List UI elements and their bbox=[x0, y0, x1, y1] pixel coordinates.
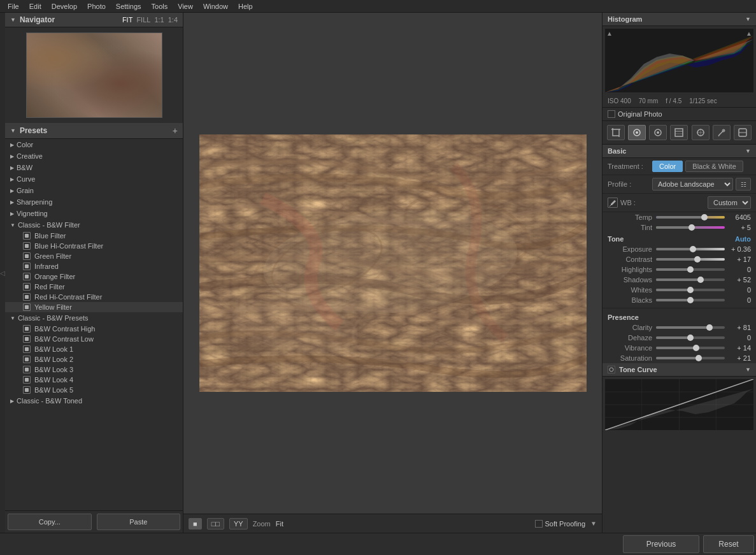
preset-item-green-filter[interactable]: Green Filter bbox=[5, 251, 183, 261]
preset-item-yellow-filter[interactable]: Yellow Filter bbox=[5, 302, 183, 312]
vibrance-slider[interactable] bbox=[656, 347, 725, 349]
preset-group-grain-header[interactable]: ▶ Grain bbox=[5, 185, 183, 196]
dehaze-slider-thumb[interactable] bbox=[687, 335, 694, 341]
histogram-left-arrow[interactable]: ▲ bbox=[606, 30, 613, 37]
exposure-slider-thumb[interactable] bbox=[690, 246, 696, 252]
whites-slider-thumb[interactable] bbox=[687, 287, 694, 293]
preset-group-bw-filter-header[interactable]: ▼ Classic - B&W Filter bbox=[5, 219, 183, 231]
temp-slider-thumb[interactable] bbox=[701, 214, 708, 220]
view-survey-button[interactable]: YY bbox=[229, 518, 248, 530]
profile-grid-button[interactable]: ☷ bbox=[736, 178, 751, 191]
preset-group-creative-header[interactable]: ▶ Creative bbox=[5, 150, 183, 162]
basic-header[interactable]: Basic ▼ bbox=[603, 145, 756, 158]
preset-item-orange-filter[interactable]: Orange Filter bbox=[5, 271, 183, 282]
range-mask-tool[interactable] bbox=[734, 125, 752, 140]
saturation-slider[interactable] bbox=[656, 357, 725, 359]
preset-item-red-filter[interactable]: Red Filter bbox=[5, 282, 183, 292]
graduated-filter-tool[interactable] bbox=[670, 125, 688, 140]
tint-slider[interactable] bbox=[656, 226, 725, 229]
heal-icon bbox=[632, 128, 641, 137]
shadows-slider[interactable] bbox=[656, 278, 725, 281]
preset-group-vignetting-name: Vignetting bbox=[17, 210, 48, 217]
highlights-slider[interactable] bbox=[656, 268, 725, 271]
menu-view[interactable]: View bbox=[173, 0, 198, 12]
tone-curve-header[interactable]: Tone Curve ▼ bbox=[603, 363, 756, 377]
menu-tools[interactable]: Tools bbox=[146, 0, 173, 12]
nav-fill[interactable]: FILL bbox=[136, 16, 150, 24]
histogram-header[interactable]: Histogram ▼ bbox=[603, 13, 756, 26]
menu-photo[interactable]: Photo bbox=[82, 0, 111, 12]
soft-proofing-dropdown[interactable]: ▼ bbox=[590, 520, 597, 527]
contrast-slider-thumb[interactable] bbox=[694, 256, 701, 263]
soft-proofing-checkbox[interactable] bbox=[535, 520, 543, 528]
presets-add-icon[interactable]: + bbox=[173, 126, 178, 136]
temp-slider[interactable] bbox=[656, 216, 725, 219]
tone-curve-canvas[interactable] bbox=[605, 379, 753, 430]
treatment-bw-button[interactable]: Black & White bbox=[685, 161, 743, 172]
preset-item-bw-contrast-low[interactable]: B&W Contrast Low bbox=[5, 334, 183, 344]
preset-item-blue-hi-contrast[interactable]: Blue Hi-Contrast Filter bbox=[5, 241, 183, 251]
copy-button[interactable]: Copy... bbox=[8, 514, 92, 530]
preset-item-bw-contrast-high[interactable]: B&W Contrast High bbox=[5, 324, 183, 334]
view-loupe-button[interactable]: ■ bbox=[189, 518, 202, 530]
dehaze-slider[interactable] bbox=[656, 336, 725, 339]
menu-help[interactable]: Help bbox=[233, 0, 258, 12]
view-before-after-button[interactable]: □□ bbox=[207, 518, 224, 530]
treatment-color-button[interactable]: Color bbox=[652, 161, 683, 172]
left-panel-toggle[interactable]: ◁ bbox=[0, 13, 5, 533]
blacks-slider[interactable] bbox=[656, 299, 725, 301]
preset-group-bw-presets-header[interactable]: ▼ Classic - B&W Presets bbox=[5, 312, 183, 324]
original-photo-checkbox[interactable] bbox=[608, 110, 615, 118]
menu-edit[interactable]: Edit bbox=[24, 0, 46, 12]
preset-group-bw-toned-header[interactable]: ▶ Classic - B&W Toned bbox=[5, 395, 183, 407]
adjustment-brush-tool[interactable] bbox=[713, 125, 731, 140]
preset-item-red-hi-contrast[interactable]: Red Hi-Contrast Filter bbox=[5, 292, 183, 302]
saturation-slider-thumb[interactable] bbox=[695, 355, 702, 361]
preset-group-curve-header[interactable]: ▶ Curve bbox=[5, 173, 183, 185]
contrast-slider[interactable] bbox=[656, 258, 725, 261]
preset-group-sharpening-header[interactable]: ▶ Sharpening bbox=[5, 196, 183, 208]
preset-item-bw-look-4[interactable]: B&W Look 4 bbox=[5, 375, 183, 385]
shadows-slider-thumb[interactable] bbox=[697, 277, 704, 283]
nav-fit[interactable]: FIT bbox=[122, 16, 133, 24]
preset-item-bw-look-5[interactable]: B&W Look 5 bbox=[5, 385, 183, 395]
clarity-slider-thumb[interactable] bbox=[706, 324, 713, 331]
highlights-slider-thumb[interactable] bbox=[687, 266, 694, 273]
preset-item-infrared[interactable]: Infrared bbox=[5, 261, 183, 271]
preset-item-bw-look-3[interactable]: B&W Look 3 bbox=[5, 364, 183, 375]
clarity-slider[interactable] bbox=[656, 326, 725, 329]
preset-group-vignetting-header[interactable]: ▶ Vignetting bbox=[5, 208, 183, 219]
menu-file[interactable]: File bbox=[3, 0, 24, 12]
menu-develop[interactable]: Develop bbox=[46, 0, 82, 12]
tint-slider-thumb[interactable] bbox=[688, 224, 695, 231]
preset-item-bw-look-2[interactable]: B&W Look 2 bbox=[5, 354, 183, 364]
histogram-right-arrow[interactable]: ▲ bbox=[746, 30, 752, 37]
preset-item-blue-filter[interactable]: Blue Filter bbox=[5, 231, 183, 241]
preset-item-label: B&W Look 5 bbox=[34, 386, 73, 394]
menu-settings[interactable]: Settings bbox=[111, 0, 146, 12]
tone-auto-button[interactable]: Auto bbox=[735, 235, 751, 243]
previous-button[interactable]: Previous bbox=[623, 535, 699, 553]
profile-select[interactable]: Adobe Landscape bbox=[652, 178, 733, 191]
presets-header[interactable]: ▼ Presets + bbox=[5, 123, 183, 139]
wb-eyedropper-icon[interactable] bbox=[608, 198, 618, 208]
redeye-tool[interactable] bbox=[649, 125, 667, 140]
exposure-slider[interactable] bbox=[656, 248, 725, 250]
nav-1-4[interactable]: 1:4 bbox=[168, 16, 178, 24]
wb-select[interactable]: Custom bbox=[708, 196, 751, 209]
whites-slider[interactable] bbox=[656, 289, 725, 291]
vibrance-slider-thumb[interactable] bbox=[693, 345, 699, 351]
preset-group-color-header[interactable]: ▶ Color bbox=[5, 139, 183, 150]
nav-1-1[interactable]: 1:1 bbox=[154, 16, 164, 24]
blacks-slider-thumb[interactable] bbox=[687, 297, 694, 303]
radial-filter-tool[interactable] bbox=[692, 125, 710, 140]
preset-item-bw-look-1[interactable]: B&W Look 1 bbox=[5, 344, 183, 354]
paste-button[interactable]: Paste bbox=[97, 514, 181, 530]
preset-group-bw-header[interactable]: ▶ B&W bbox=[5, 162, 183, 173]
reset-button[interactable]: Reset bbox=[703, 535, 754, 553]
navigator-header[interactable]: ▼ Navigator FIT FILL 1:1 1:4 bbox=[5, 13, 183, 27]
menu-window[interactable]: Window bbox=[198, 0, 233, 12]
vibrance-slider-fill bbox=[656, 347, 696, 349]
heal-tool[interactable] bbox=[628, 125, 646, 140]
crop-tool[interactable] bbox=[607, 125, 625, 140]
